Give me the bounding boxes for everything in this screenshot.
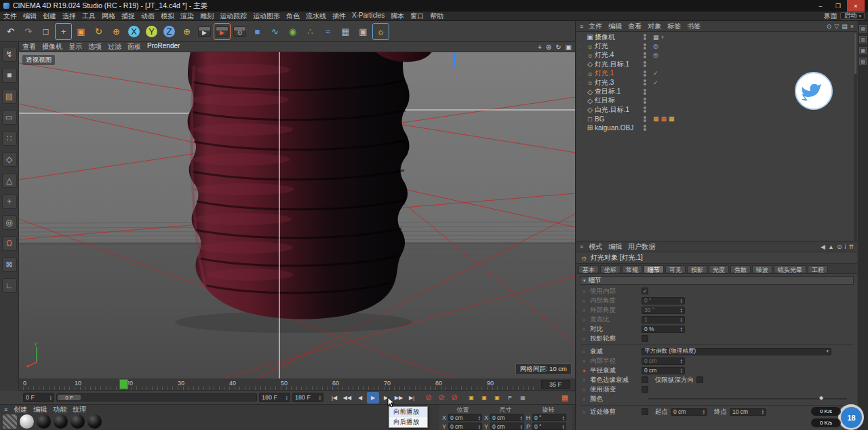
inner-radius-field[interactable]: 0 cm▴▾ (642, 357, 685, 365)
deformer-icon[interactable]: ≈ (319, 23, 336, 40)
keyframe-set-dot-icon[interactable]: ● (583, 368, 590, 374)
coord-value-field[interactable]: 0 cm▴▾ (448, 414, 482, 421)
layout-tab-icon-2[interactable]: ▥ (859, 36, 867, 43)
viewport-menu-item[interactable]: 查看 (22, 42, 36, 52)
timeline-playhead[interactable] (119, 379, 128, 389)
viewport[interactable]: 透视视图 网格间距: 10 cm Y (19, 52, 575, 378)
live-selection-icon[interactable]: □ (37, 23, 54, 40)
material-thumbnail[interactable] (87, 414, 102, 429)
menu-item[interactable]: 帮助 (430, 12, 443, 21)
popup-menu-item[interactable]: 向后播放 (389, 417, 427, 427)
primitive-cube-icon[interactable]: ■ (249, 23, 266, 40)
viewport-menu-item[interactable]: 过滤 (108, 42, 121, 52)
aspect-ratio-field[interactable]: 1▴▾ (642, 316, 685, 324)
keyframe-dot-icon[interactable]: ○ (583, 308, 590, 313)
coord-value-field[interactable]: 0 °▴▾ (532, 414, 566, 421)
keyframe-dot-icon[interactable]: ○ (583, 327, 590, 332)
material-thumbnail[interactable] (3, 414, 17, 429)
current-frame-field[interactable]: 0 F▴▾ (23, 393, 54, 402)
attribute-tab[interactable]: 噪波 (752, 265, 772, 273)
viewport-solo-icon[interactable]: ◎ (2, 215, 17, 230)
radius-falloff-field[interactable]: 0 cm▴▾ (642, 367, 685, 374)
gradient-track[interactable]: ◆ (648, 398, 847, 399)
prev-key-button[interactable]: ◀◀ (341, 392, 353, 404)
menu-item[interactable]: 网格 (102, 12, 115, 21)
render-view-icon[interactable]: ▶ (196, 23, 213, 40)
close-button[interactable]: × (847, 0, 865, 12)
om-layout-icon[interactable]: ▤ (842, 23, 848, 30)
visibility-dots[interactable] (644, 125, 646, 131)
clip-from-field[interactable]: 0 cm▴▾ (671, 408, 707, 416)
stepper-icon[interactable]: ▴▾ (478, 424, 480, 429)
stepper-icon[interactable]: ▴▾ (680, 307, 682, 313)
use-gradient-checkbox[interactable] (642, 386, 648, 393)
attribute-tab[interactable]: 常规 (622, 265, 642, 273)
keyframe-dot-icon[interactable]: ○ (583, 410, 590, 414)
viewport-menu-item[interactable]: 摄像机 (42, 42, 62, 52)
panel-menu-icon[interactable]: ≡ (4, 406, 7, 413)
key-position-button[interactable]: ▣ (465, 392, 477, 404)
popup-menu-item[interactable]: 向前播放 (389, 407, 427, 417)
points-mode-icon[interactable]: ∷ (2, 131, 17, 146)
polygons-mode-icon[interactable]: △ (2, 173, 17, 188)
maximize-button[interactable]: ❐ (829, 0, 847, 12)
keyframe-dot-icon[interactable]: ○ (583, 298, 590, 303)
goto-end-button[interactable]: ▶| (406, 392, 418, 404)
material-thumbnail[interactable] (37, 414, 51, 429)
key-rotation-button[interactable]: ▣ (491, 392, 503, 404)
object-tag-icon[interactable]: ✓ (653, 70, 658, 77)
object-manager-menu-item[interactable]: 编辑 (608, 22, 622, 31)
stepper-icon[interactable]: ▴▾ (703, 409, 705, 414)
material-menu-item[interactable]: 纹理 (73, 405, 86, 414)
menu-item[interactable]: 插件 (332, 12, 346, 21)
stepper-icon[interactable]: ▴▾ (562, 415, 564, 421)
viewport-scene[interactable] (19, 52, 575, 378)
coord-value-field[interactable]: 0 °▴▾ (532, 423, 566, 430)
om-search-icon[interactable]: ⊙ (827, 23, 832, 30)
minimize-button[interactable]: – (812, 0, 829, 12)
object-tag-icon[interactable]: ▦ (653, 115, 659, 122)
material-thumbnail[interactable] (71, 414, 85, 429)
object-row[interactable]: · ◇ 灯光.目标.1 (576, 60, 854, 69)
object-manager-menu-item[interactable]: 标签 (667, 22, 681, 31)
material-thumbnail[interactable] (54, 414, 68, 429)
attribute-tab[interactable]: 镜头光晕 (774, 265, 806, 273)
menu-item[interactable]: 雕刻 (200, 12, 214, 21)
environment-icon[interactable]: ▦ (337, 23, 354, 40)
menu-item[interactable]: 角色 (286, 12, 300, 21)
object-manager-menu-item[interactable]: 文件 (589, 22, 602, 31)
section-header[interactable]: ▾ 细节 (580, 276, 854, 285)
keyframe-dot-icon[interactable]: ○ (583, 387, 590, 392)
timeline-end-field[interactable]: 35 F (541, 380, 570, 389)
attribute-menu-item[interactable]: 用户数据 (628, 242, 655, 252)
menu-item[interactable]: 流水线 (306, 12, 326, 21)
object-tag-icon[interactable]: + (661, 34, 665, 41)
attribute-tab[interactable]: 可见 (665, 265, 686, 273)
attribute-tab[interactable]: 焦散 (730, 265, 751, 273)
attr-back-icon[interactable]: ◀ (821, 243, 825, 250)
rotate-view-icon[interactable]: ↻ (555, 43, 561, 51)
stepper-icon[interactable]: ▴▾ (520, 415, 522, 421)
quantize-icon[interactable]: ∟ (2, 278, 17, 293)
menu-item[interactable]: 运动图形 (253, 12, 280, 21)
attribute-menu-item[interactable]: 编辑 (608, 242, 622, 252)
autokey-button[interactable]: ⊘ (435, 392, 448, 404)
stepper-icon[interactable]: ▴▾ (562, 424, 564, 429)
object-manager-menu-item[interactable]: 书签 (687, 22, 701, 31)
menu-item[interactable]: 渲染 (180, 12, 194, 21)
mograph-icon[interactable]: ∴ (302, 23, 319, 40)
workplane-mode-icon[interactable]: ▭ (2, 110, 17, 125)
zoom-view-icon[interactable]: ⊕ (546, 43, 551, 51)
object-tag-icon[interactable]: ▦ (653, 34, 659, 41)
prev-frame-button[interactable]: ◀ (354, 392, 366, 404)
scrollbar[interactable] (854, 33, 857, 241)
stepper-icon[interactable]: ▴▾ (762, 409, 764, 414)
coord-value-field[interactable]: 0 cm▴▾ (490, 423, 524, 430)
om-close-icon[interactable]: × (850, 23, 854, 30)
attribute-tab[interactable]: 投影 (687, 265, 707, 273)
pan-view-icon[interactable]: + (538, 43, 542, 51)
keyframe-selection-button[interactable]: ⊘ (448, 392, 460, 404)
menu-item[interactable]: 选择 (62, 12, 76, 21)
stepper-icon[interactable]: ▴▾ (680, 298, 682, 303)
visibility-dots[interactable] (644, 116, 646, 122)
